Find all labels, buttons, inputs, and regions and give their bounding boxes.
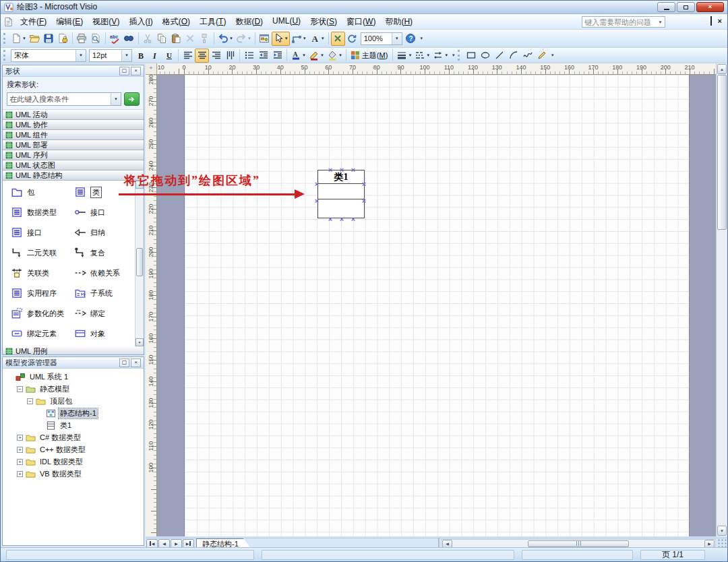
stencil-tab[interactable]: UML 序列 <box>3 150 144 160</box>
shape-master[interactable]: 复合 <box>70 243 133 263</box>
spelling-button[interactable]: abc <box>108 32 122 46</box>
draw-rectangle-button[interactable] <box>464 49 478 63</box>
shape-master[interactable]: 绑定元素 <box>7 323 70 344</box>
menu-item[interactable]: 帮助(H) <box>380 14 417 30</box>
font-size-combo[interactable]: 12pt ▼ <box>89 49 132 62</box>
selection-handle[interactable]: × <box>351 167 356 173</box>
scroll-left-icon[interactable]: ◀ <box>442 540 452 548</box>
menu-item[interactable]: 工具(T) <box>195 14 231 30</box>
connector-tool-button[interactable]: ▼ <box>290 32 308 46</box>
align-right-button[interactable] <box>209 49 223 63</box>
align-left-button[interactable] <box>181 49 195 63</box>
line-pattern-button[interactable]: ▼ <box>413 49 431 63</box>
selection-handle[interactable]: × <box>339 216 344 222</box>
toolbar-grip[interactable] <box>458 50 461 61</box>
stencil-tab[interactable]: UML 组件 <box>3 130 144 140</box>
tree-item[interactable]: +C# 数据类型 <box>4 431 142 443</box>
help-button[interactable]: ? <box>404 32 418 46</box>
stencil-tab[interactable]: UML 状态图 <box>3 160 144 170</box>
shape-master[interactable]: 类 <box>70 182 133 202</box>
text-tool-button[interactable]: A▼ <box>308 32 326 46</box>
tree-item[interactable]: −顶层包 <box>4 395 142 407</box>
scrollbar-thumb[interactable] <box>136 248 143 276</box>
bullets-button[interactable] <box>242 49 256 63</box>
draw-freeform-button[interactable] <box>520 49 535 63</box>
drawing-canvas[interactable]: 类1 ×××××××××× <box>157 75 716 536</box>
shape-master[interactable]: 接口 <box>70 202 133 222</box>
zoom-combo[interactable]: 100% ▼ <box>361 32 402 45</box>
expand-icon[interactable]: + <box>17 471 23 477</box>
line-weight-button[interactable]: ▼ <box>395 49 413 63</box>
toolbar-options-button[interactable]: ▼ <box>418 32 425 46</box>
help-search-input[interactable] <box>582 18 656 26</box>
pointer-tool-button[interactable]: ▼ <box>272 32 290 46</box>
selection-handle[interactable]: × <box>351 216 356 222</box>
connection-point-tool-button[interactable] <box>331 32 345 46</box>
shapes-scrollbar[interactable]: ▲ ▼ <box>135 181 144 346</box>
align-center-button[interactable] <box>195 49 209 63</box>
tree-item[interactable]: +C++ 数据类型 <box>4 443 142 456</box>
print-button[interactable] <box>75 32 89 46</box>
draw-pencil-button[interactable] <box>535 49 549 63</box>
save-button[interactable] <box>42 32 56 46</box>
scroll-up-icon[interactable]: ▲ <box>717 64 727 74</box>
open-folder-button[interactable] <box>28 32 42 46</box>
bold-button[interactable]: B <box>133 49 148 63</box>
tree-item[interactable]: 类1 <box>4 419 142 431</box>
increase-indent-button[interactable] <box>270 49 284 63</box>
expand-icon[interactable]: + <box>17 435 23 441</box>
rotation-tool-button[interactable] <box>345 32 359 46</box>
underline-button[interactable]: U <box>162 49 176 63</box>
decrease-indent-button[interactable] <box>256 49 270 63</box>
permission-button[interactable] <box>56 32 70 46</box>
copy-button[interactable] <box>155 32 169 46</box>
draw-arc-button[interactable] <box>506 49 520 63</box>
paste-button[interactable] <box>169 32 183 46</box>
menu-item[interactable]: 视图(V) <box>88 14 124 30</box>
menu-item[interactable]: 形状(S) <box>305 14 342 30</box>
line-ends-button[interactable]: ▼ <box>431 49 450 63</box>
shape-master[interactable]: 子系统 <box>70 283 133 303</box>
draw-line-button[interactable] <box>492 49 506 63</box>
close-button[interactable]: × <box>696 2 724 12</box>
selection-handle[interactable]: × <box>361 198 367 204</box>
shape-master[interactable]: «»绑定 <box>70 303 133 323</box>
stencil-tab[interactable]: UML 部署 <box>3 140 144 150</box>
collapse-icon[interactable]: − <box>27 398 33 404</box>
stencil-tab[interactable]: UML 协作 <box>3 120 144 130</box>
shape-master[interactable]: 依赖关系 <box>70 263 133 283</box>
menu-item[interactable]: 格式(O) <box>158 14 195 30</box>
toolbar-options-button[interactable]: ▼ <box>450 49 457 63</box>
stencil-tab[interactable]: UML 活动 <box>3 110 144 120</box>
shape-master[interactable]: 关联类 <box>7 263 70 283</box>
tree-item[interactable]: +IDL 数据类型 <box>4 456 142 468</box>
drawing-page[interactable] <box>184 75 690 536</box>
menu-item[interactable]: 编辑(E) <box>51 14 88 30</box>
toolbar-options-button[interactable]: ▼ <box>549 49 556 63</box>
italic-button[interactable]: I <box>148 49 162 63</box>
shape-master[interactable]: 包 <box>7 182 70 202</box>
selection-handle[interactable]: × <box>361 181 367 187</box>
panel-maximize-button[interactable]: ▢ <box>119 67 129 75</box>
tree-item[interactable]: −静态模型 <box>4 383 142 395</box>
help-dropdown-icon[interactable]: ▼ <box>656 20 665 24</box>
shape-master[interactable]: 二元关联 <box>7 243 70 263</box>
menu-item[interactable]: 插入(I) <box>124 14 157 30</box>
vertical-scrollbar[interactable]: ▲ ▼ <box>716 63 727 536</box>
panel-maximize-button[interactable]: ▢ <box>119 358 129 367</box>
collapse-icon[interactable]: − <box>17 386 23 392</box>
menu-item[interactable]: 数据(D) <box>231 14 268 30</box>
selection-handle[interactable]: × <box>314 181 320 187</box>
expand-icon[interactable]: + <box>17 459 23 465</box>
draw-ellipse-button[interactable] <box>478 49 492 63</box>
minimize-button[interactable] <box>657 2 675 12</box>
scroll-down-icon[interactable]: ▼ <box>717 526 727 536</box>
line-color-button[interactable]: ▼ <box>307 49 326 63</box>
menu-item[interactable]: 窗口(W) <box>342 14 380 30</box>
theme-button[interactable]: 主题(M) <box>348 49 391 63</box>
scroll-right-icon[interactable]: ▶ <box>704 540 715 548</box>
shape-master[interactable]: 数据类型 <box>7 202 70 222</box>
selection-handle[interactable]: × <box>339 167 344 173</box>
scrollbar-thumb[interactable] <box>717 75 727 230</box>
panel-close-button[interactable]: × <box>131 358 141 367</box>
